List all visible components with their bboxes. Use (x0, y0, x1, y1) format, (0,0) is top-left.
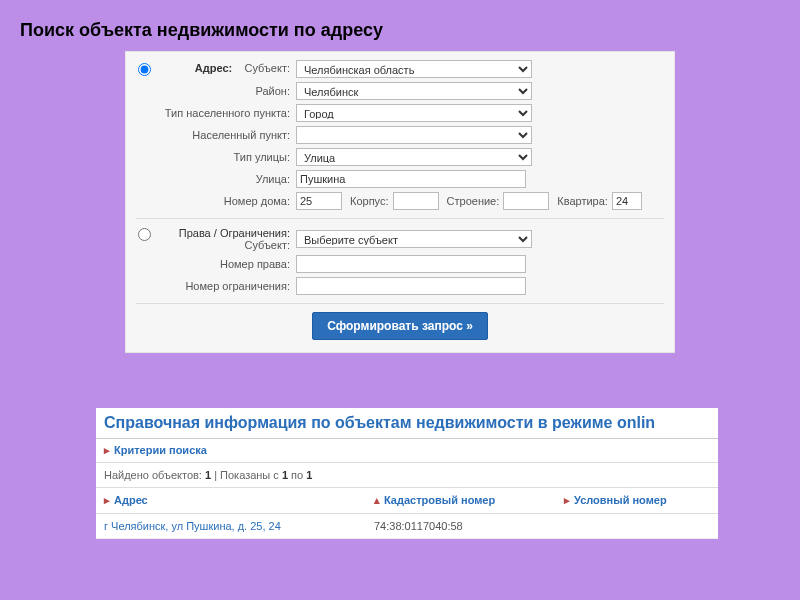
expand-arrow-icon: ▸ (104, 444, 110, 456)
district-label: Район: (136, 85, 296, 97)
sort-arrow-icon: ▴ (374, 494, 380, 506)
result-cadastral: 74:38:0117040:58 (374, 520, 564, 532)
subject-label: Субъект: (244, 62, 290, 74)
criteria-header[interactable]: ▸Критерии поиска (96, 439, 718, 463)
settlement-type-label: Тип населенного пункта: (136, 107, 296, 119)
settlement-select[interactable] (296, 126, 532, 144)
street-input[interactable] (296, 170, 526, 188)
korpus-label: Корпус: (350, 195, 389, 207)
flat-input[interactable] (612, 192, 642, 210)
street-type-select[interactable]: Улица (296, 148, 532, 166)
settlement-label: Населенный пункт: (136, 129, 296, 141)
search-form: Адрес: Субъект: Челябинская область Райо… (125, 51, 675, 353)
korpus-input[interactable] (393, 192, 439, 210)
result-conditional (564, 520, 710, 532)
sort-arrow-icon: ▸ (104, 494, 110, 506)
building-input[interactable] (503, 192, 549, 210)
rights-radio[interactable] (138, 228, 151, 241)
street-type-label: Тип улицы: (136, 151, 296, 163)
col-cadastral[interactable]: ▴Кадастровый номер (374, 494, 564, 507)
settlement-type-select[interactable]: Город (296, 104, 532, 122)
col-address[interactable]: ▸Адрес (104, 494, 374, 507)
sort-arrow-icon: ▸ (564, 494, 570, 506)
restriction-number-input[interactable] (296, 277, 526, 295)
flat-label: Квартира: (557, 195, 608, 207)
district-select[interactable]: Челябинск (296, 82, 532, 100)
rights-subject-label: Субъект: (244, 239, 290, 251)
house-input[interactable] (296, 192, 342, 210)
rights-subject-select[interactable]: Выберите субъект (296, 230, 532, 248)
submit-button[interactable]: Сформировать запрос » (312, 312, 488, 340)
building-label: Строение: (447, 195, 500, 207)
results-panel: Справочная информация по объектам недвиж… (96, 408, 718, 539)
divider (136, 218, 664, 219)
street-label: Улица: (136, 173, 296, 185)
result-address-link[interactable]: г Челябинск, ул Пушкина, д. 25, 24 (104, 520, 281, 532)
subject-select[interactable]: Челябинская область (296, 60, 532, 78)
restriction-number-label: Номер ограничения: (136, 280, 296, 292)
rights-radio-label: Права / Ограничения: (179, 227, 290, 239)
results-summary: Найдено объектов: 1 | Показаны с 1 по 1 (96, 463, 718, 488)
results-columns: ▸Адрес ▴Кадастровый номер ▸Условный номе… (96, 488, 718, 514)
right-number-input[interactable] (296, 255, 526, 273)
results-title: Справочная информация по объектам недвиж… (96, 408, 718, 439)
result-row: г Челябинск, ул Пушкина, д. 25, 24 74:38… (96, 514, 718, 539)
house-label: Номер дома: (136, 195, 296, 207)
address-radio[interactable] (138, 63, 151, 76)
address-radio-label: Адрес: (195, 62, 232, 74)
page-title: Поиск объекта недвижимости по адресу (0, 0, 800, 51)
col-conditional[interactable]: ▸Условный номер (564, 494, 710, 507)
right-number-label: Номер права: (136, 258, 296, 270)
